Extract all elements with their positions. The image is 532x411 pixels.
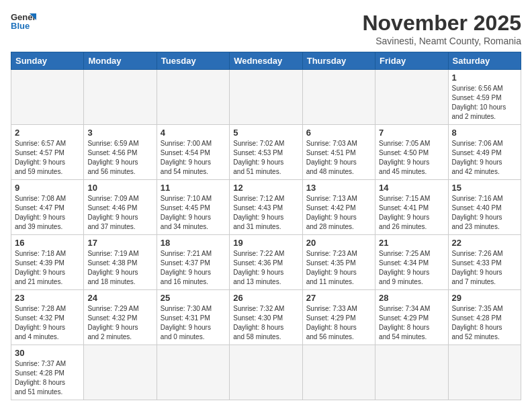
day-number: 23 <box>15 293 80 303</box>
day-info: Sunrise: 7:10 AM Sunset: 4:45 PM Dayligh… <box>161 194 226 232</box>
day-number: 5 <box>233 128 298 138</box>
day-info: Sunrise: 7:29 AM Sunset: 4:32 PM Dayligh… <box>87 304 152 342</box>
day-number: 29 <box>452 293 517 303</box>
calendar-week-row: 23Sunrise: 7:28 AM Sunset: 4:32 PM Dayli… <box>11 290 521 345</box>
day-number: 12 <box>233 183 298 193</box>
day-info: Sunrise: 7:33 AM Sunset: 4:29 PM Dayligh… <box>306 304 371 342</box>
weekday-header-tuesday: Tuesday <box>157 52 229 70</box>
calendar-cell: 20Sunrise: 7:23 AM Sunset: 4:35 PM Dayli… <box>302 235 375 290</box>
day-number: 27 <box>306 293 371 303</box>
day-info: Sunrise: 6:57 AM Sunset: 4:57 PM Dayligh… <box>15 139 80 177</box>
day-number: 13 <box>306 183 371 193</box>
calendar-week-row: 16Sunrise: 7:18 AM Sunset: 4:39 PM Dayli… <box>11 235 521 290</box>
calendar: SundayMondayTuesdayWednesdayThursdayFrid… <box>11 52 521 400</box>
day-info: Sunrise: 7:02 AM Sunset: 4:53 PM Dayligh… <box>233 139 298 177</box>
page-header: General Blue November 2025 Savinesti, Ne… <box>11 11 521 46</box>
calendar-week-row: 2Sunrise: 6:57 AM Sunset: 4:57 PM Daylig… <box>11 125 521 180</box>
calendar-cell: 13Sunrise: 7:13 AM Sunset: 4:42 PM Dayli… <box>302 180 375 235</box>
day-info: Sunrise: 7:09 AM Sunset: 4:46 PM Dayligh… <box>87 194 152 232</box>
day-info: Sunrise: 6:56 AM Sunset: 4:59 PM Dayligh… <box>452 84 517 122</box>
title-block: November 2025 Savinesti, Neamt County, R… <box>362 11 521 46</box>
day-number: 18 <box>161 238 226 248</box>
calendar-cell <box>230 345 302 400</box>
day-number: 16 <box>15 238 80 248</box>
calendar-cell <box>448 345 521 400</box>
day-number: 10 <box>87 183 152 193</box>
calendar-cell <box>157 345 229 400</box>
day-info: Sunrise: 7:22 AM Sunset: 4:36 PM Dayligh… <box>233 249 298 287</box>
day-number: 14 <box>379 183 444 193</box>
calendar-cell: 8Sunrise: 7:06 AM Sunset: 4:49 PM Daylig… <box>448 125 521 180</box>
calendar-cell: 23Sunrise: 7:28 AM Sunset: 4:32 PM Dayli… <box>11 290 84 345</box>
day-info: Sunrise: 7:26 AM Sunset: 4:33 PM Dayligh… <box>452 249 517 287</box>
day-number: 26 <box>233 293 298 303</box>
day-number: 24 <box>87 293 152 303</box>
month-title: November 2025 <box>362 11 521 36</box>
day-number: 22 <box>452 238 517 248</box>
logo: General Blue <box>11 11 36 32</box>
day-info: Sunrise: 7:37 AM Sunset: 4:28 PM Dayligh… <box>15 359 80 397</box>
calendar-cell: 3Sunrise: 6:59 AM Sunset: 4:56 PM Daylig… <box>84 125 157 180</box>
calendar-cell <box>375 345 448 400</box>
calendar-cell: 21Sunrise: 7:25 AM Sunset: 4:34 PM Dayli… <box>375 235 448 290</box>
calendar-cell: 10Sunrise: 7:09 AM Sunset: 4:46 PM Dayli… <box>84 180 157 235</box>
day-number: 9 <box>15 183 80 193</box>
calendar-cell: 24Sunrise: 7:29 AM Sunset: 4:32 PM Dayli… <box>84 290 157 345</box>
day-number: 19 <box>233 238 298 248</box>
weekday-header-saturday: Saturday <box>448 52 521 70</box>
day-info: Sunrise: 7:06 AM Sunset: 4:49 PM Dayligh… <box>452 139 517 177</box>
day-info: Sunrise: 7:21 AM Sunset: 4:37 PM Dayligh… <box>161 249 226 287</box>
calendar-cell: 4Sunrise: 7:00 AM Sunset: 4:54 PM Daylig… <box>157 125 229 180</box>
day-number: 8 <box>452 128 517 138</box>
day-info: Sunrise: 6:59 AM Sunset: 4:56 PM Dayligh… <box>87 139 152 177</box>
location-title: Savinesti, Neamt County, Romania <box>362 36 521 46</box>
calendar-cell: 26Sunrise: 7:32 AM Sunset: 4:30 PM Dayli… <box>230 290 302 345</box>
weekday-header-friday: Friday <box>375 52 448 70</box>
day-number: 3 <box>87 128 152 138</box>
day-number: 25 <box>161 293 226 303</box>
calendar-cell: 17Sunrise: 7:19 AM Sunset: 4:38 PM Dayli… <box>84 235 157 290</box>
day-number: 2 <box>15 128 80 138</box>
day-info: Sunrise: 7:18 AM Sunset: 4:39 PM Dayligh… <box>15 249 80 287</box>
day-info: Sunrise: 7:08 AM Sunset: 4:47 PM Dayligh… <box>15 194 80 232</box>
day-info: Sunrise: 7:05 AM Sunset: 4:50 PM Dayligh… <box>379 139 444 177</box>
day-info: Sunrise: 7:35 AM Sunset: 4:28 PM Dayligh… <box>452 304 517 342</box>
calendar-cell: 9Sunrise: 7:08 AM Sunset: 4:47 PM Daylig… <box>11 180 84 235</box>
day-info: Sunrise: 7:19 AM Sunset: 4:38 PM Dayligh… <box>87 249 152 287</box>
day-info: Sunrise: 7:30 AM Sunset: 4:31 PM Dayligh… <box>161 304 226 342</box>
weekday-header-thursday: Thursday <box>302 52 375 70</box>
logo-icon: General Blue <box>11 11 36 32</box>
calendar-cell <box>11 70 84 125</box>
calendar-cell: 2Sunrise: 6:57 AM Sunset: 4:57 PM Daylig… <box>11 125 84 180</box>
calendar-week-row: 30Sunrise: 7:37 AM Sunset: 4:28 PM Dayli… <box>11 345 521 400</box>
calendar-cell <box>230 70 302 125</box>
day-info: Sunrise: 7:32 AM Sunset: 4:30 PM Dayligh… <box>233 304 298 342</box>
day-number: 28 <box>379 293 444 303</box>
calendar-cell: 1Sunrise: 6:56 AM Sunset: 4:59 PM Daylig… <box>448 70 521 125</box>
calendar-cell: 6Sunrise: 7:03 AM Sunset: 4:51 PM Daylig… <box>302 125 375 180</box>
weekday-header-row: SundayMondayTuesdayWednesdayThursdayFrid… <box>11 52 521 70</box>
day-number: 7 <box>379 128 444 138</box>
day-info: Sunrise: 7:03 AM Sunset: 4:51 PM Dayligh… <box>306 139 371 177</box>
day-info: Sunrise: 7:23 AM Sunset: 4:35 PM Dayligh… <box>306 249 371 287</box>
day-info: Sunrise: 7:00 AM Sunset: 4:54 PM Dayligh… <box>161 139 226 177</box>
calendar-cell <box>84 345 157 400</box>
day-number: 1 <box>452 73 517 83</box>
day-info: Sunrise: 7:25 AM Sunset: 4:34 PM Dayligh… <box>379 249 444 287</box>
calendar-week-row: 9Sunrise: 7:08 AM Sunset: 4:47 PM Daylig… <box>11 180 521 235</box>
day-number: 6 <box>306 128 371 138</box>
calendar-cell: 5Sunrise: 7:02 AM Sunset: 4:53 PM Daylig… <box>230 125 302 180</box>
calendar-cell: 16Sunrise: 7:18 AM Sunset: 4:39 PM Dayli… <box>11 235 84 290</box>
calendar-cell: 19Sunrise: 7:22 AM Sunset: 4:36 PM Dayli… <box>230 235 302 290</box>
day-number: 21 <box>379 238 444 248</box>
weekday-header-wednesday: Wednesday <box>230 52 302 70</box>
day-info: Sunrise: 7:16 AM Sunset: 4:40 PM Dayligh… <box>452 194 517 232</box>
calendar-cell: 14Sunrise: 7:15 AM Sunset: 4:41 PM Dayli… <box>375 180 448 235</box>
day-info: Sunrise: 7:12 AM Sunset: 4:43 PM Dayligh… <box>233 194 298 232</box>
calendar-week-row: 1Sunrise: 6:56 AM Sunset: 4:59 PM Daylig… <box>11 70 521 125</box>
calendar-cell <box>157 70 229 125</box>
calendar-cell: 12Sunrise: 7:12 AM Sunset: 4:43 PM Dayli… <box>230 180 302 235</box>
calendar-cell: 11Sunrise: 7:10 AM Sunset: 4:45 PM Dayli… <box>157 180 229 235</box>
calendar-cell: 29Sunrise: 7:35 AM Sunset: 4:28 PM Dayli… <box>448 290 521 345</box>
day-info: Sunrise: 7:34 AM Sunset: 4:29 PM Dayligh… <box>379 304 444 342</box>
